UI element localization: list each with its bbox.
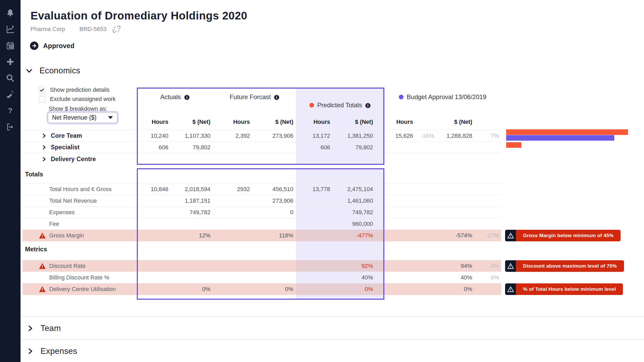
bar-core-team-budget [506,135,614,141]
alert-triangle-icon [505,230,516,241]
table-row-total-hours-gross: Total Hours and € Gross 10,846 2,018,594… [23,183,501,195]
cell: 606 [137,142,171,153]
row-label-warning: Discount Rate [23,260,137,272]
predicted-dot-icon [309,103,314,108]
cell: 0% [437,283,475,295]
section-team-title: Team [41,324,61,333]
cell: 79,802 [171,142,213,153]
group-budget: Budget Approval 13/06/2019 [384,88,501,101]
cell: 40% [437,272,475,283]
table-row-delivery-centre[interactable]: Delivery Centre [23,153,501,165]
bar-specialist-predicted [506,142,521,148]
cell: 118% [253,230,296,241]
cell: 273,906 [253,195,296,206]
help-icon[interactable]: ? [6,106,15,115]
bell-icon[interactable] [6,8,15,17]
project-code: BRD-5653 [79,26,108,33]
group-header-row: Actuals Future Forcast Predicted Totals … [23,88,501,117]
page-title: Evaluation of Dromediary Holdings 2020 [31,9,247,22]
cell: 1,107,330 [171,130,213,141]
cell: 79,802 [333,142,384,153]
info-icon[interactable] [274,94,279,100]
cell-alert: 92% [333,260,384,272]
table-row-fee: Fee 960,000 [23,218,501,230]
row-label: Total Net Revenue [23,195,137,206]
chevron-right-icon [42,157,47,162]
chevron-right-icon [42,133,47,138]
row-label: Fee [23,218,137,230]
calendar-icon[interactable] [6,41,15,50]
cell: 94% [437,260,475,272]
cell: 15,626 [384,130,416,141]
core-team-expander[interactable]: Core Team [23,130,137,141]
alert-text: Discount above maximum level of 75% [516,260,624,272]
chevron-right-icon [27,325,34,332]
cell: 10,846 [137,183,171,195]
section-team-header[interactable]: Team [27,324,61,333]
search-icon[interactable] [6,74,15,83]
cell: 606 [296,142,333,153]
cell: 2,392 [213,130,253,141]
cell-delta: -16% [416,130,437,141]
cell-delta: 0% [475,272,501,283]
section-expenses-header[interactable]: Expenses [27,346,77,356]
col-net: $ (Net) [253,117,296,130]
cell: -574% [437,230,475,241]
group-actuals-label: Actuals [160,93,181,101]
table-row-discount-rate: Discount Rate 92% 94% -3% [23,260,501,272]
chevron-right-icon [42,145,47,150]
line-chart-icon[interactable] [6,25,15,34]
col-hours: Hours [213,117,253,130]
cell-delta: -3% [475,260,501,272]
group-future-label: Future Forcast [230,93,271,101]
cell: 749,782 [333,207,384,218]
alert-discount-rate: Discount above maximum level of 75% [505,260,624,272]
cell: 749,782 [171,207,213,218]
alert-text: % of Total Hours below minimum level [516,283,623,295]
warning-triangle-icon [39,286,46,292]
chevron-right-icon [27,348,34,355]
group-actuals: Actuals [137,88,213,101]
alert-triangle-icon [505,283,516,295]
table-row-core-team[interactable]: Core Team 10,240 1,107,330 2,392 273,906… [23,130,501,142]
status-arrow-icon [30,42,38,50]
group-predicted-label: Predicted Totals [317,101,362,109]
alert-gross-margin: Gross Margin below minimum of 45% [505,230,621,241]
cell: 960,000 [333,218,384,230]
col-hours: Hours [137,117,171,130]
table-row-gross-margin: Gross Margin 12% 118% -477% -574% -17% [23,230,501,241]
metrics-heading: Metrics [23,241,137,260]
section-economics-header[interactable]: Economics [26,66,80,75]
logout-icon[interactable] [6,123,15,131]
warning-triangle-icon [39,232,46,239]
box-gap [23,165,501,168]
delivery-centre-expander[interactable]: Delivery Centre [23,153,137,165]
totals-heading: Totals [23,168,137,183]
plus-icon[interactable] [6,57,15,66]
cell: 13,778 [296,183,333,195]
info-icon[interactable] [365,103,371,108]
bar-core-team-predicted [506,129,628,135]
cell: 273,906 [253,130,296,141]
broken-link-icon[interactable] [112,25,121,34]
alert-triangle-icon [505,260,516,272]
status-row: Approved [30,42,74,50]
col-hours: Hours [296,117,333,130]
status-badge: Approved [43,42,74,50]
alert-text: Gross Margin below minimum of 45% [516,230,621,241]
row-label: Total Hours and € Gross [23,183,137,195]
info-icon[interactable] [184,94,190,100]
totals-section-row: Totals [23,168,501,183]
row-label: Discount Rate [49,263,85,269]
table-row-specialist[interactable]: Specialist 606 79,802 606 79,802 [23,142,501,153]
budget-dot-icon [399,95,404,99]
row-label-warning: Delivery Centre Utilisation [23,283,137,295]
cell: 1,187,151 [171,195,213,206]
cell: 1,381,250 [333,130,384,141]
wrench-icon[interactable] [6,90,15,99]
specialist-expander[interactable]: Specialist [23,142,137,153]
cell: 40% [333,272,384,283]
col-net: $ (Net) [437,117,475,130]
col-hours: Hours [384,117,416,130]
cell: 456,510 [253,183,296,195]
